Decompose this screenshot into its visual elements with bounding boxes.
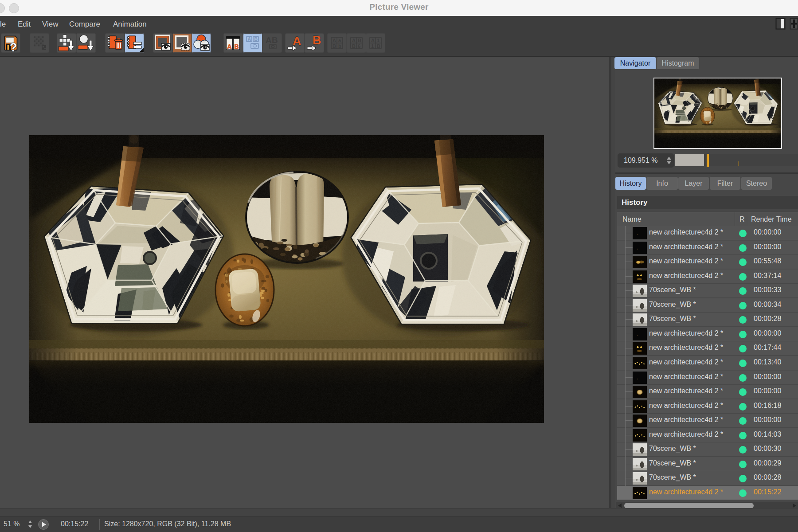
svg-text:B: B — [352, 43, 356, 49]
svg-text:1: 1 — [377, 38, 379, 43]
svg-text:A: A — [248, 36, 251, 42]
svg-text:B: B — [332, 43, 336, 49]
svg-text:a: a — [338, 38, 341, 43]
svg-text:1: 1 — [371, 43, 374, 49]
svg-text:A: A — [332, 38, 336, 43]
svg-text:6: 6 — [358, 43, 360, 49]
svg-text:B: B — [313, 34, 321, 47]
svg-text:B: B — [235, 43, 239, 50]
svg-text:A: A — [266, 35, 272, 45]
svg-text:B: B — [272, 35, 278, 45]
svg-text:A: A — [293, 35, 301, 48]
svg-text:?: ? — [10, 41, 17, 53]
svg-text:A: A — [352, 38, 356, 43]
svg-text:B: B — [377, 43, 380, 49]
svg-text:b: b — [338, 43, 341, 49]
svg-text:A: A — [371, 38, 375, 43]
svg-text:B: B — [254, 36, 258, 42]
svg-text:A: A — [227, 43, 232, 50]
svg-text:B: B — [358, 38, 361, 43]
